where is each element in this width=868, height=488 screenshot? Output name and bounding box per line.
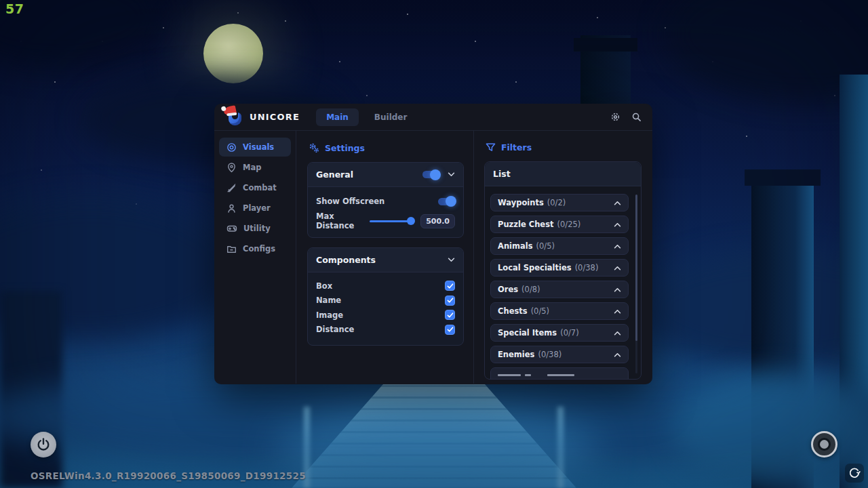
filter-label: Puzzle Chest: [498, 220, 554, 229]
sidebar-item-utility[interactable]: Utility: [219, 219, 291, 238]
components-title: Components: [316, 255, 376, 265]
filters-column: Filters List Waypoints (0/2) Puzzle: [474, 131, 652, 384]
filter-label: Enemies: [498, 350, 534, 359]
tab-builder[interactable]: Builder: [364, 108, 418, 126]
power-icon: [36, 437, 51, 452]
component-row-image: Image: [308, 308, 463, 323]
folder-icon: [226, 244, 237, 254]
filter-count: (0/5): [531, 306, 549, 316]
sidebar: Visuals Map Combat: [214, 131, 296, 384]
filter-item-special-items[interactable]: Special Items (0/7): [490, 324, 629, 342]
chevron-down-icon[interactable]: [448, 172, 455, 177]
component-row-name: Name: [308, 293, 463, 308]
filter-item-animals[interactable]: Animals (0/5): [490, 237, 629, 255]
sidebar-item-label: Utility: [243, 224, 271, 233]
max-distance-value[interactable]: 500.0: [420, 214, 455, 228]
build-version-text: OSRELWin4.3.0_R19920066_S19850069_D19912…: [31, 470, 306, 481]
chevron-up-icon: [614, 352, 621, 357]
filter-label: Local Specialties: [498, 263, 572, 272]
filter-label: Chests: [498, 306, 528, 316]
sidebar-item-combat[interactable]: Combat: [219, 178, 291, 197]
max-distance-row: Max Distance 500.0: [308, 213, 463, 229]
lens-button[interactable]: [811, 431, 837, 458]
person-icon: [226, 203, 237, 214]
component-label: Image: [316, 310, 343, 320]
sidebar-item-label: Configs: [243, 244, 275, 253]
box-checkbox[interactable]: [445, 281, 455, 291]
sidebar-item-configs[interactable]: Configs: [219, 239, 291, 258]
filter-item-enemies[interactable]: Enemies (0/38): [490, 346, 629, 363]
cloud: [665, 0, 868, 102]
filters-scrollbar[interactable]: [635, 195, 637, 373]
filters-title: Filters: [501, 142, 532, 152]
show-offscreen-toggle[interactable]: [438, 198, 455, 205]
chevron-up-icon: [614, 309, 621, 314]
clipped-text: [498, 374, 521, 376]
loading-spinner: [845, 464, 864, 483]
name-checkbox[interactable]: [445, 296, 455, 306]
filter-list: Waypoints (0/2) Puzzle Chest (0/25): [485, 186, 641, 380]
sidebar-item-label: Visuals: [243, 142, 274, 152]
filter-count: (0/7): [560, 328, 578, 338]
max-distance-slider[interactable]: [370, 220, 413, 222]
component-label: Distance: [316, 325, 354, 334]
filter-count: (0/38): [575, 263, 599, 272]
max-distance-label: Max Distance: [316, 211, 370, 230]
eye-icon: [226, 142, 237, 152]
general-title: General: [316, 169, 353, 180]
search-icon[interactable]: [631, 112, 642, 122]
chevron-up-icon: [614, 244, 621, 249]
sidebar-item-label: Combat: [243, 183, 277, 192]
component-row-box: Box: [308, 279, 463, 293]
chevron-up-icon: [614, 201, 621, 205]
filter-item-local-specialties[interactable]: Local Specialties (0/38): [490, 259, 629, 277]
window-header: UNICORE Main Builder: [214, 104, 652, 131]
filter-item-chests[interactable]: Chests (0/5): [490, 302, 629, 320]
filter-label: Special Items: [498, 328, 557, 338]
filter-count: (0/2): [547, 198, 566, 207]
funnel-icon: [486, 142, 496, 152]
chevron-down-icon[interactable]: [448, 258, 455, 262]
component-label: Name: [316, 296, 341, 305]
general-card: General Show Offscreen Max Distance: [307, 162, 464, 238]
filter-item-puzzle-chest[interactable]: Puzzle Chest (0/25): [490, 216, 629, 233]
top-tabs: Main Builder: [316, 108, 417, 126]
filter-item-ores[interactable]: Ores (0/8): [490, 281, 629, 298]
filter-count: (0/38): [538, 350, 561, 359]
power-button[interactable]: [31, 432, 56, 458]
settings-section-header: Settings: [309, 142, 464, 153]
filter-count: (0/8): [521, 285, 540, 294]
filters-scrollbar-thumb[interactable]: [635, 195, 637, 341]
sidebar-item-label: Player: [243, 203, 271, 213]
component-label: Box: [316, 281, 332, 291]
brand-title: UNICORE: [250, 112, 300, 122]
sword-icon: [226, 183, 237, 193]
general-card-header[interactable]: General: [308, 163, 463, 187]
filter-item-waypoints[interactable]: Waypoints (0/2): [490, 194, 629, 211]
filter-count: (0/5): [536, 241, 555, 251]
distance-checkbox[interactable]: [445, 325, 455, 335]
map-pin-icon: [226, 163, 237, 173]
clipped-text: [525, 374, 531, 376]
tab-main[interactable]: Main: [316, 108, 359, 126]
settings-column: Settings General Show Offscreen: [296, 131, 474, 384]
gears-icon: [309, 142, 319, 153]
sidebar-item-map[interactable]: Map: [219, 158, 291, 177]
gear-icon[interactable]: [610, 112, 620, 122]
filter-item-partial[interactable]: [490, 367, 629, 380]
filter-label: Ores: [498, 285, 518, 294]
sidebar-item-visuals[interactable]: Visuals: [219, 138, 291, 157]
chevron-up-icon: [614, 331, 621, 336]
image-checkbox[interactable]: [445, 310, 455, 320]
sidebar-item-player[interactable]: Player: [219, 199, 291, 218]
filters-section-header: Filters: [486, 142, 642, 152]
general-toggle[interactable]: [422, 171, 439, 178]
filter-count: (0/25): [557, 220, 581, 229]
chevron-up-icon: [614, 266, 621, 270]
list-card-header: List: [485, 162, 641, 186]
filters-list-card: List Waypoints (0/2) Puzzle Chest (0/25): [484, 161, 642, 380]
components-card-header[interactable]: Components: [308, 248, 463, 272]
show-offscreen-label: Show Offscreen: [316, 197, 384, 206]
cloud: [671, 373, 868, 488]
cloud: [0, 0, 163, 68]
